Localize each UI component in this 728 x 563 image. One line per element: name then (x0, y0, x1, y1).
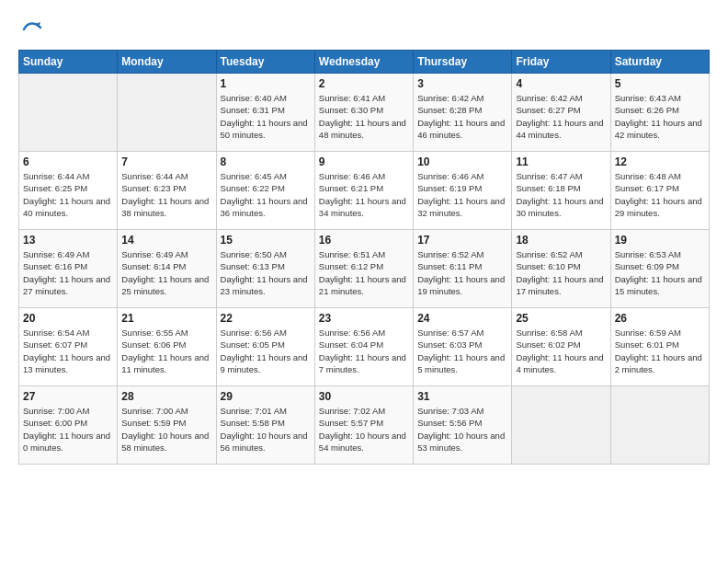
calendar-cell: 11 Sunrise: 6:47 AMSunset: 6:18 PMDaylig… (512, 152, 610, 230)
day-number: 14 (121, 234, 211, 247)
day-info: Sunrise: 6:46 AMSunset: 6:19 PMDaylight:… (417, 170, 507, 219)
calendar-cell: 22 Sunrise: 6:56 AMSunset: 6:05 PMDaylig… (216, 308, 314, 386)
day-info: Sunrise: 6:54 AMSunset: 6:07 PMDaylight:… (23, 327, 113, 375)
calendar-cell: 6 Sunrise: 6:44 AMSunset: 6:25 PMDayligh… (19, 152, 118, 230)
calendar-cell: 27 Sunrise: 7:00 AMSunset: 6:00 PMDaylig… (19, 386, 118, 465)
day-number: 19 (615, 234, 705, 247)
calendar-cell: 16 Sunrise: 6:51 AMSunset: 6:12 PMDaylig… (314, 230, 413, 308)
calendar-cell: 20 Sunrise: 6:54 AMSunset: 6:07 PMDaylig… (19, 308, 118, 386)
day-number: 11 (516, 155, 606, 168)
page-header (18, 18, 710, 40)
day-number: 6 (23, 155, 113, 168)
calendar-table: SundayMondayTuesdayWednesdayThursdayFrid… (18, 50, 710, 465)
calendar-cell: 26 Sunrise: 6:59 AMSunset: 6:01 PMDaylig… (610, 308, 709, 386)
day-info: Sunrise: 6:58 AMSunset: 6:02 PMDaylight:… (516, 327, 606, 375)
day-info: Sunrise: 6:49 AMSunset: 6:14 PMDaylight:… (121, 248, 211, 297)
day-info: Sunrise: 6:45 AMSunset: 6:22 PMDaylight:… (221, 170, 311, 219)
day-number: 3 (417, 77, 507, 90)
day-info: Sunrise: 7:01 AMSunset: 5:58 PMDaylight:… (221, 405, 311, 454)
day-number: 30 (319, 390, 409, 403)
day-info: Sunrise: 6:56 AMSunset: 6:05 PMDaylight:… (221, 327, 311, 375)
day-info: Sunrise: 6:55 AMSunset: 6:06 PMDaylight:… (121, 327, 211, 375)
day-info: Sunrise: 6:42 AMSunset: 6:27 PMDaylight:… (516, 92, 606, 141)
day-number: 9 (319, 155, 409, 168)
weekday-header-saturday: Saturday (610, 51, 709, 74)
weekday-header-monday: Monday (118, 51, 216, 74)
calendar-cell: 28 Sunrise: 7:00 AMSunset: 5:59 PMDaylig… (118, 386, 216, 465)
day-info: Sunrise: 6:48 AMSunset: 6:17 PMDaylight:… (615, 170, 705, 219)
day-number: 26 (615, 312, 705, 325)
week-row-4: 20 Sunrise: 6:54 AMSunset: 6:07 PMDaylig… (19, 308, 710, 386)
weekday-header-sunday: Sunday (19, 51, 118, 74)
calendar-cell: 24 Sunrise: 6:57 AMSunset: 6:03 PMDaylig… (414, 308, 512, 386)
week-row-1: 1 Sunrise: 6:40 AMSunset: 6:31 PMDayligh… (19, 74, 710, 152)
day-number: 5 (615, 77, 705, 90)
day-info: Sunrise: 6:52 AMSunset: 6:10 PMDaylight:… (516, 248, 606, 297)
calendar-cell: 10 Sunrise: 6:46 AMSunset: 6:19 PMDaylig… (414, 152, 512, 230)
calendar-cell: 5 Sunrise: 6:43 AMSunset: 6:26 PMDayligh… (610, 74, 709, 152)
week-row-5: 27 Sunrise: 7:00 AMSunset: 6:00 PMDaylig… (19, 386, 710, 465)
day-info: Sunrise: 7:02 AMSunset: 5:57 PMDaylight:… (319, 405, 409, 454)
day-info: Sunrise: 6:42 AMSunset: 6:28 PMDaylight:… (417, 92, 507, 141)
day-number: 2 (319, 77, 409, 90)
calendar-cell: 14 Sunrise: 6:49 AMSunset: 6:14 PMDaylig… (118, 230, 216, 308)
calendar-cell: 29 Sunrise: 7:01 AMSunset: 5:58 PMDaylig… (216, 386, 314, 465)
calendar-cell: 7 Sunrise: 6:44 AMSunset: 6:23 PMDayligh… (118, 152, 216, 230)
calendar-cell: 9 Sunrise: 6:46 AMSunset: 6:21 PMDayligh… (314, 152, 413, 230)
day-info: Sunrise: 6:50 AMSunset: 6:13 PMDaylight:… (221, 248, 311, 297)
day-number: 16 (319, 234, 409, 247)
day-info: Sunrise: 6:47 AMSunset: 6:18 PMDaylight:… (516, 170, 606, 219)
day-info: Sunrise: 7:03 AMSunset: 5:56 PMDaylight:… (417, 405, 507, 454)
day-number: 17 (417, 234, 507, 247)
day-info: Sunrise: 6:46 AMSunset: 6:21 PMDaylight:… (319, 170, 409, 219)
calendar-cell: 23 Sunrise: 6:56 AMSunset: 6:04 PMDaylig… (314, 308, 413, 386)
day-number: 21 (121, 312, 211, 325)
calendar-cell: 3 Sunrise: 6:42 AMSunset: 6:28 PMDayligh… (414, 74, 512, 152)
calendar-cell: 13 Sunrise: 6:49 AMSunset: 6:16 PMDaylig… (19, 230, 118, 308)
day-number: 10 (417, 155, 507, 168)
day-number: 29 (221, 390, 311, 403)
week-row-2: 6 Sunrise: 6:44 AMSunset: 6:25 PMDayligh… (19, 152, 710, 230)
calendar-cell: 21 Sunrise: 6:55 AMSunset: 6:06 PMDaylig… (118, 308, 216, 386)
calendar-cell: 19 Sunrise: 6:53 AMSunset: 6:09 PMDaylig… (610, 230, 709, 308)
calendar-cell: 18 Sunrise: 6:52 AMSunset: 6:10 PMDaylig… (512, 230, 610, 308)
day-info: Sunrise: 6:49 AMSunset: 6:16 PMDaylight:… (23, 248, 113, 297)
day-info: Sunrise: 6:59 AMSunset: 6:01 PMDaylight:… (615, 327, 705, 375)
calendar-cell: 17 Sunrise: 6:52 AMSunset: 6:11 PMDaylig… (414, 230, 512, 308)
day-number: 24 (417, 312, 507, 325)
day-info: Sunrise: 6:44 AMSunset: 6:23 PMDaylight:… (121, 170, 211, 219)
calendar-cell: 30 Sunrise: 7:02 AMSunset: 5:57 PMDaylig… (314, 386, 413, 465)
calendar-cell: 31 Sunrise: 7:03 AMSunset: 5:56 PMDaylig… (414, 386, 512, 465)
calendar-cell (118, 74, 216, 152)
calendar-cell: 4 Sunrise: 6:42 AMSunset: 6:27 PMDayligh… (512, 74, 610, 152)
calendar-cell: 12 Sunrise: 6:48 AMSunset: 6:17 PMDaylig… (610, 152, 709, 230)
day-number: 13 (23, 234, 113, 247)
day-info: Sunrise: 6:52 AMSunset: 6:11 PMDaylight:… (417, 248, 507, 297)
day-info: Sunrise: 6:51 AMSunset: 6:12 PMDaylight:… (319, 248, 409, 297)
day-info: Sunrise: 6:40 AMSunset: 6:31 PMDaylight:… (221, 92, 311, 141)
day-number: 20 (23, 312, 113, 325)
calendar-cell: 15 Sunrise: 6:50 AMSunset: 6:13 PMDaylig… (216, 230, 314, 308)
day-number: 23 (319, 312, 409, 325)
weekday-header-wednesday: Wednesday (314, 51, 413, 74)
day-info: Sunrise: 6:53 AMSunset: 6:09 PMDaylight:… (615, 248, 705, 297)
weekday-header-thursday: Thursday (414, 51, 512, 74)
day-info: Sunrise: 6:43 AMSunset: 6:26 PMDaylight:… (615, 92, 705, 141)
day-number: 15 (221, 234, 311, 247)
calendar-cell (610, 386, 709, 465)
calendar-cell: 8 Sunrise: 6:45 AMSunset: 6:22 PMDayligh… (216, 152, 314, 230)
day-number: 8 (221, 155, 311, 168)
calendar-cell: 25 Sunrise: 6:58 AMSunset: 6:02 PMDaylig… (512, 308, 610, 386)
day-info: Sunrise: 7:00 AMSunset: 5:59 PMDaylight:… (121, 405, 211, 454)
day-number: 28 (121, 390, 211, 403)
day-number: 1 (221, 77, 311, 90)
calendar-cell: 2 Sunrise: 6:41 AMSunset: 6:30 PMDayligh… (314, 74, 413, 152)
logo (18, 18, 42, 40)
day-number: 4 (516, 77, 606, 90)
weekday-header-tuesday: Tuesday (216, 51, 314, 74)
day-info: Sunrise: 6:44 AMSunset: 6:25 PMDaylight:… (23, 170, 113, 219)
logo-icon (20, 18, 42, 40)
day-number: 7 (121, 155, 211, 168)
calendar-cell (19, 74, 118, 152)
calendar-cell: 1 Sunrise: 6:40 AMSunset: 6:31 PMDayligh… (216, 74, 314, 152)
